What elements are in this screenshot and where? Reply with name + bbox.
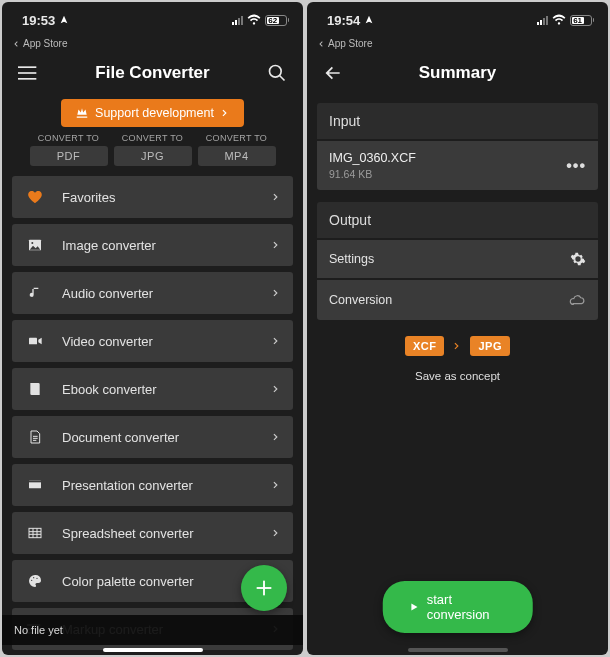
page-title: File Converter bbox=[95, 63, 209, 83]
svg-point-12 bbox=[33, 577, 34, 578]
screen-converter-list: 19:53 62 App Store File Converter Suppor… bbox=[2, 2, 303, 655]
image-icon bbox=[24, 237, 46, 253]
chevron-right-icon bbox=[271, 432, 281, 442]
row-spreadsheet-converter[interactable]: Spreadsheet converter bbox=[12, 512, 293, 554]
presentation-icon bbox=[24, 477, 46, 493]
format-badges: XCF JPG bbox=[317, 336, 598, 356]
svg-rect-10 bbox=[29, 528, 41, 537]
play-icon bbox=[408, 601, 418, 613]
home-indicator[interactable] bbox=[408, 648, 508, 652]
location-icon bbox=[364, 15, 374, 25]
row-ebook-converter[interactable]: Ebook converter bbox=[12, 368, 293, 410]
chip-convert-to-mp4[interactable]: CONVERT TO MP4 bbox=[198, 133, 276, 166]
wifi-icon bbox=[247, 13, 261, 27]
row-audio-converter[interactable]: Audio converter bbox=[12, 272, 293, 314]
video-icon bbox=[24, 333, 46, 349]
svg-rect-7 bbox=[29, 338, 37, 345]
chevron-right-icon bbox=[220, 108, 230, 118]
gear-icon bbox=[570, 251, 586, 267]
input-file-name: IMG_0360.XCF bbox=[329, 151, 416, 165]
target-format-badge[interactable]: JPG bbox=[470, 336, 510, 356]
source-format-badge[interactable]: XCF bbox=[405, 336, 445, 356]
heart-icon bbox=[24, 189, 46, 205]
svg-rect-1 bbox=[18, 72, 36, 74]
add-file-fab[interactable] bbox=[241, 565, 287, 611]
cloud-icon bbox=[568, 291, 586, 309]
crown-icon bbox=[75, 106, 89, 120]
chevron-right-icon bbox=[452, 341, 462, 351]
toast-no-file: No file yet bbox=[2, 615, 303, 645]
svg-rect-9 bbox=[29, 480, 41, 482]
search-button[interactable] bbox=[265, 61, 289, 85]
svg-line-4 bbox=[280, 76, 285, 81]
battery-icon: 61 bbox=[570, 15, 595, 26]
chevron-right-icon bbox=[271, 480, 281, 490]
plus-icon bbox=[253, 577, 275, 599]
app-header: Summary bbox=[307, 51, 608, 95]
app-header: File Converter bbox=[2, 51, 303, 95]
convert-to-chips: CONVERT TO PDF CONVERT TO JPG CONVERT TO… bbox=[12, 133, 293, 166]
row-video-converter[interactable]: Video converter bbox=[12, 320, 293, 362]
chevron-right-icon bbox=[271, 384, 281, 394]
book-icon bbox=[24, 381, 46, 397]
row-presentation-converter[interactable]: Presentation converter bbox=[12, 464, 293, 506]
svg-rect-2 bbox=[18, 78, 36, 80]
chevron-right-icon bbox=[271, 336, 281, 346]
input-file-card[interactable]: IMG_0360.XCF 91.64 KB ••• bbox=[317, 141, 598, 190]
palette-icon bbox=[24, 573, 46, 589]
status-time: 19:53 bbox=[22, 13, 55, 28]
spreadsheet-icon bbox=[24, 525, 46, 541]
svg-point-13 bbox=[36, 578, 37, 579]
screen-summary: 19:54 61 App Store Summary Input IMG_036… bbox=[307, 2, 608, 655]
row-image-converter[interactable]: Image converter bbox=[12, 224, 293, 266]
svg-rect-18 bbox=[257, 587, 272, 589]
section-output-label: Output bbox=[317, 202, 598, 238]
status-bar: 19:53 62 bbox=[2, 2, 303, 38]
wifi-icon bbox=[552, 13, 566, 27]
menu-button[interactable] bbox=[16, 61, 40, 85]
chevron-right-icon bbox=[271, 192, 281, 202]
signal-icon bbox=[232, 15, 243, 25]
row-favorites[interactable]: Favorites bbox=[12, 176, 293, 218]
home-indicator[interactable] bbox=[103, 648, 203, 652]
status-time: 19:54 bbox=[327, 13, 360, 28]
page-title: Summary bbox=[419, 63, 496, 83]
chevron-right-icon bbox=[271, 528, 281, 538]
save-as-concept-link[interactable]: Save as concept bbox=[317, 370, 598, 382]
back-button[interactable] bbox=[321, 61, 345, 85]
chip-convert-to-pdf[interactable]: CONVERT TO PDF bbox=[30, 133, 108, 166]
document-icon bbox=[24, 429, 46, 445]
settings-row[interactable]: Settings bbox=[317, 240, 598, 278]
start-conversion-button[interactable]: start conversion bbox=[382, 581, 533, 633]
svg-rect-0 bbox=[18, 66, 36, 68]
svg-point-3 bbox=[270, 66, 282, 78]
battery-icon: 62 bbox=[265, 15, 290, 26]
row-document-converter[interactable]: Document converter bbox=[12, 416, 293, 458]
support-development-button[interactable]: Support development bbox=[61, 99, 244, 127]
system-back-app[interactable]: App Store bbox=[307, 38, 608, 51]
section-input-label: Input bbox=[317, 103, 598, 139]
status-bar: 19:54 61 bbox=[307, 2, 608, 38]
svg-point-6 bbox=[31, 242, 33, 244]
chevron-right-icon bbox=[271, 288, 281, 298]
chip-convert-to-jpg[interactable]: CONVERT TO JPG bbox=[114, 133, 192, 166]
chevron-right-icon bbox=[271, 240, 281, 250]
signal-icon bbox=[537, 15, 548, 25]
system-back-app[interactable]: App Store bbox=[2, 38, 303, 51]
svg-point-11 bbox=[31, 580, 32, 581]
input-file-size: 91.64 KB bbox=[329, 168, 416, 180]
music-icon bbox=[24, 285, 46, 301]
conversion-row[interactable]: Conversion bbox=[317, 280, 598, 320]
location-icon bbox=[59, 15, 69, 25]
more-options-button[interactable]: ••• bbox=[566, 157, 586, 175]
